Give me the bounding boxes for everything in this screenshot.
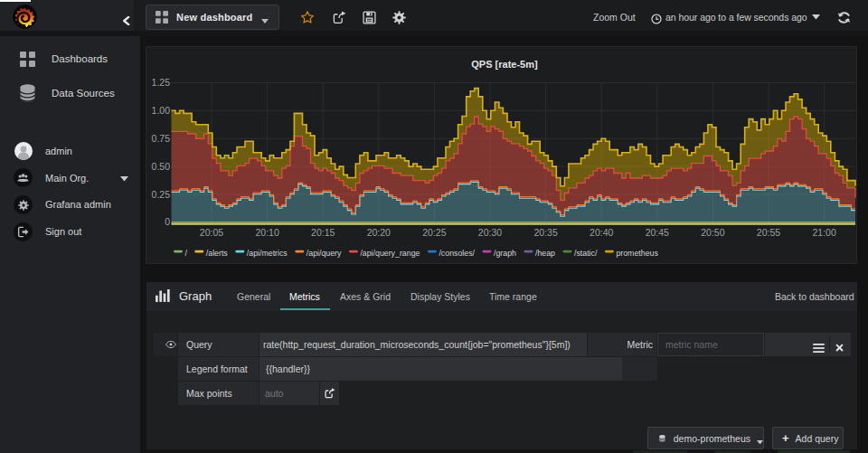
svg-text:20:30: 20:30 (478, 227, 502, 238)
svg-text:20:20: 20:20 (367, 227, 391, 238)
svg-text:/consoles/: /consoles/ (439, 249, 475, 258)
svg-text:/graph: /graph (494, 249, 516, 258)
svg-text:0: 0 (165, 216, 170, 227)
svg-text:/api/query_range: /api/query_range (360, 249, 420, 258)
svg-text:/api/query: /api/query (307, 249, 342, 258)
svg-text:/alerts: /alerts (206, 249, 229, 258)
svg-text:/api/metrics: /api/metrics (247, 249, 288, 258)
svg-text:0.50: 0.50 (152, 161, 171, 172)
svg-text:20:05: 20:05 (200, 227, 223, 238)
svg-text:prometheus: prometheus (616, 249, 658, 258)
svg-text:20:35: 20:35 (533, 227, 557, 238)
svg-text:1.00: 1.00 (152, 105, 171, 116)
svg-text:/heap: /heap (535, 249, 555, 258)
svg-text:QPS [rate-5m]: QPS [rate-5m] (471, 59, 538, 70)
svg-text:20:55: 20:55 (757, 227, 780, 238)
svg-text:/static/: /static/ (574, 249, 598, 258)
svg-text:21:00: 21:00 (812, 227, 835, 238)
svg-text:20:50: 20:50 (701, 227, 724, 238)
svg-text:20:15: 20:15 (311, 227, 335, 238)
svg-text:/: / (185, 249, 188, 258)
svg-text:1.25: 1.25 (152, 77, 171, 88)
svg-text:20:10: 20:10 (255, 227, 278, 238)
svg-text:20:45: 20:45 (646, 227, 669, 238)
svg-text:0.75: 0.75 (152, 133, 171, 144)
svg-text:20:25: 20:25 (422, 227, 446, 238)
svg-text:20:40: 20:40 (590, 227, 613, 238)
svg-text:0.25: 0.25 (152, 189, 171, 200)
